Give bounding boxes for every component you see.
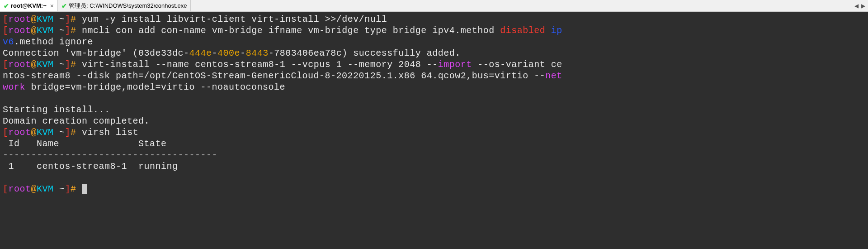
prompt-user: root (9, 14, 31, 24)
bracket-l: [ (3, 127, 9, 138)
prompt-hash: # (71, 25, 82, 36)
virsh-header: Id Name State (3, 138, 865, 149)
prompt-host: KVM (37, 14, 54, 24)
prompt-user: root (9, 59, 31, 70)
prompt-at: @ (31, 25, 37, 36)
prompt-user: root (9, 25, 31, 36)
cursor (82, 184, 87, 194)
bracket-r: ] (65, 59, 71, 70)
prompt-user: root (9, 127, 31, 138)
prompt-user: root (9, 184, 31, 194)
blank-line (3, 93, 865, 104)
bracket-l: [ (3, 184, 9, 194)
tab-label-0: root@KVM:~ (11, 2, 47, 9)
tab-active[interactable]: ✔ root@KVM:~ × (0, 0, 58, 11)
output-conn-e: - (240, 48, 246, 58)
bracket-l: [ (3, 14, 9, 24)
output-conn-c: - (212, 48, 218, 58)
command-1: yum -y install libvirt-client virt-insta… (82, 14, 387, 24)
output-domain-done: Domain creation completed. (3, 115, 865, 127)
tab-nav: ◀ ▶ (854, 3, 865, 9)
prompt-path: ~ (54, 59, 65, 70)
command-2-disabled: disabled (500, 25, 545, 36)
command-3-import: import (438, 59, 472, 70)
prompt-hash: # (71, 14, 82, 24)
prompt-host: KVM (37, 127, 54, 138)
command-3-net: net (545, 71, 562, 81)
terminal[interactable]: [root@KVM ~]# yum -y install libvirt-cli… (0, 12, 868, 249)
output-conn-a: Connection 'vm-bridge' (03de33dc- (3, 48, 189, 58)
command-3-line2a: ntos-stream8 --disk path=/opt/CentOS-Str… (3, 71, 545, 81)
check-icon: ✔ (4, 2, 9, 10)
command-2a: nmcli con add con-name vm-bridge ifname … (82, 25, 500, 36)
prompt-host: KVM (37, 184, 54, 194)
output-conn-d: 400e (217, 48, 240, 58)
tab-bar: ✔ root@KVM:~ × ✔ 管理员: C:\WINDOWS\system3… (0, 0, 868, 12)
bracket-r: ] (65, 184, 71, 194)
command-2-ip: ip (551, 25, 562, 36)
prompt-hash: # (71, 127, 82, 138)
prompt-at: @ (31, 14, 37, 24)
check-icon: ✔ (61, 2, 67, 10)
command-4: virsh list (82, 127, 138, 138)
command-3a: virt-install --name centos-stream8-1 --v… (82, 59, 438, 70)
nav-left-icon[interactable]: ◀ (854, 3, 859, 9)
nav-right-icon[interactable]: ▶ (861, 3, 865, 9)
prompt-host: KVM (37, 25, 54, 36)
output-conn-f: 8443 (246, 48, 269, 58)
output-starting: Starting install... (3, 104, 865, 115)
bracket-r: ] (65, 127, 71, 138)
bracket-l: [ (3, 59, 9, 70)
tab-inactive[interactable]: ✔ 管理员: C:\WINDOWS\system32\conhost.exe (58, 0, 191, 11)
virsh-sep: -------------------------------------- (3, 149, 865, 161)
command-3-line3: bridge=vm-bridge,model=virtio --noautoco… (25, 82, 285, 92)
output-conn-b: 444e (189, 48, 212, 58)
bracket-r: ] (65, 14, 71, 24)
prompt-at: @ (31, 127, 37, 138)
command-3b: --os-variant ce (472, 59, 562, 70)
tab-label-1: 管理员: C:\WINDOWS\system32\conhost.exe (69, 2, 187, 10)
blank-line (3, 172, 865, 183)
prompt-at: @ (31, 59, 37, 70)
prompt-hash: # (71, 184, 82, 194)
output-conn-g: -7803406ea78c) successfully added. (269, 48, 461, 58)
virsh-row: 1 centos-stream8-1 running (3, 161, 865, 172)
bracket-r: ] (65, 25, 71, 36)
sp (545, 25, 551, 36)
command-2-v6: v6 (3, 37, 14, 47)
command-3-work: work (3, 82, 25, 92)
command-2-rest: .method ignore (14, 37, 93, 47)
prompt-host: KVM (37, 59, 54, 70)
close-icon[interactable]: × (50, 2, 54, 10)
prompt-path: ~ (54, 14, 65, 24)
prompt-at: @ (31, 184, 37, 194)
prompt-path: ~ (54, 127, 65, 138)
prompt-path: ~ (54, 25, 65, 36)
bracket-l: [ (3, 25, 9, 36)
prompt-hash: # (71, 59, 82, 70)
prompt-path: ~ (54, 184, 65, 194)
